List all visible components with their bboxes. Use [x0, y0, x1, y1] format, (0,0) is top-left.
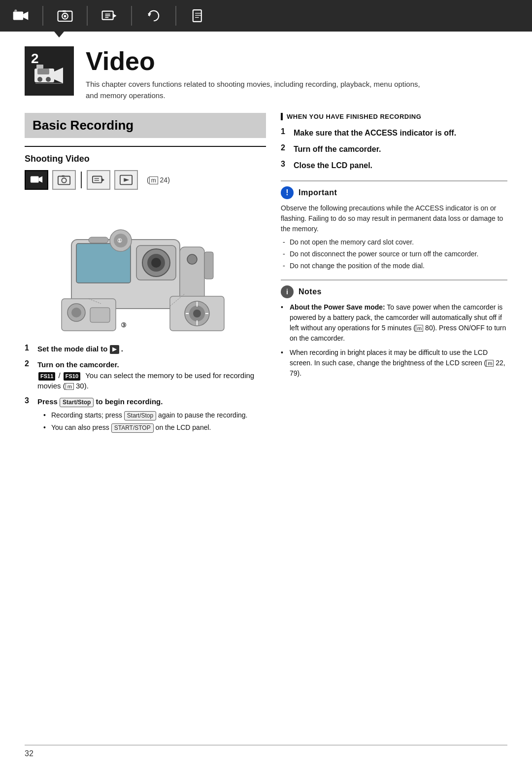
svg-rect-29 — [62, 175, 65, 177]
svg-marker-1 — [23, 12, 28, 20]
important-body: Observe the following precautions while … — [281, 203, 507, 271]
svg-marker-31 — [102, 178, 105, 181]
page-ref-22-79: m — [486, 360, 494, 367]
notes-icon: i — [281, 285, 294, 298]
start-stop-key: Start/Stop — [60, 398, 94, 407]
finished-step-1-text: Make sure that the ACCESS indicator is o… — [294, 127, 456, 139]
svg-point-46 — [187, 254, 197, 264]
svg-rect-27 — [58, 176, 70, 185]
icon-divider — [81, 172, 82, 188]
important-item-1: Do not open the memory card slot cover. — [281, 237, 507, 247]
bookmark-icon[interactable] — [187, 5, 209, 27]
finished-step-3-number: 3 — [281, 160, 290, 169]
svg-text:③: ③ — [121, 321, 127, 329]
step-2-text: Turn on the camcorder. FS11 / FS10 You c… — [37, 359, 266, 391]
step-2-number: 2 — [25, 359, 33, 368]
svg-rect-6 — [63, 10, 66, 12]
camera-diagram: ① ② ③ — [25, 198, 266, 336]
steps-list: 1 Set the mode dial to ▶ . 2 Turn on the… — [25, 344, 266, 435]
shooting-video-title: Shooting Video — [25, 154, 266, 164]
finished-step-2-text: Turn off the camcorder. — [294, 143, 381, 155]
photo-mode-icon[interactable] — [54, 5, 76, 27]
fs10-badge: FS10 — [64, 372, 80, 381]
svg-marker-26 — [39, 176, 42, 183]
step-3-bullets: Recording starts; press Start/Stop again… — [37, 410, 247, 433]
step-3: 3 Press Start/Stop to begin recording. R… — [25, 396, 266, 435]
playback-icon[interactable] — [99, 5, 120, 27]
top-bar-arrow — [54, 32, 64, 37]
two-column-layout: Basic Recording Shooting Video — [25, 113, 507, 440]
step-2: 2 Turn on the camcorder. FS11 / FS10 You… — [25, 359, 266, 391]
when-finished-steps: 1 Make sure that the ACCESS indicator is… — [281, 127, 507, 172]
bullet-1: Recording starts; press Start/Stop again… — [43, 410, 247, 420]
mode-icons-row: (m 24) — [25, 170, 266, 190]
step-3-text: Press Start/Stop to begin recording. Rec… — [37, 396, 247, 435]
important-item-3: Do not change the position of the mode d… — [281, 261, 507, 271]
start-stop-key-2: Start/Stop — [124, 411, 156, 420]
page-ref-80: m — [416, 325, 423, 332]
notes-item-2: When recording in bright places it may b… — [281, 348, 507, 379]
finished-step-2: 2 Turn off the camcorder. — [281, 143, 507, 155]
step-1-text: Set the mode dial to ▶ . — [37, 344, 123, 354]
chapter-title: Video — [86, 48, 421, 74]
fs11-badge: FS11 — [38, 372, 55, 381]
notes-list: About the Power Save mode: To save power… — [281, 302, 507, 379]
important-item-2: Do not disconnect the power source or tu… — [281, 249, 507, 259]
notes-section: i Notes About the Power Save mode: To sa… — [281, 280, 507, 379]
video-mode-icon-box — [25, 170, 48, 190]
top-navigation-bar — [0, 0, 532, 32]
svg-point-7 — [64, 15, 66, 17]
svg-rect-47 — [89, 237, 108, 243]
svg-point-21 — [46, 77, 51, 82]
divider-1 — [42, 6, 43, 26]
finished-step-1-number: 1 — [281, 127, 290, 136]
svg-point-52 — [71, 308, 81, 317]
notes-item-1: About the Power Save mode: To save power… — [281, 302, 507, 344]
svg-point-2 — [14, 9, 17, 12]
finished-step-3-text: Close the LCD panel. — [294, 160, 372, 171]
svg-rect-14 — [193, 10, 201, 22]
step-1-number: 1 — [25, 344, 33, 352]
svg-marker-19 — [54, 68, 63, 83]
video-mode-icon[interactable] — [10, 5, 32, 27]
step-3-number: 3 — [25, 396, 33, 405]
right-column: When You Have Finished Recording 1 Make … — [281, 113, 507, 440]
svg-marker-35 — [124, 178, 129, 181]
notes-label: Notes — [299, 287, 322, 296]
svg-point-41 — [151, 258, 161, 268]
svg-rect-30 — [93, 176, 102, 183]
finished-step-1: 1 Make sure that the ACCESS indicator is… — [281, 127, 507, 139]
svg-rect-53 — [90, 308, 110, 322]
photo-playback-icon-box — [114, 170, 138, 190]
section-divider — [25, 146, 266, 147]
left-column: Basic Recording Shooting Video — [25, 113, 266, 440]
svg-rect-48 — [204, 252, 213, 279]
photo-mode-icon-box — [52, 170, 76, 190]
mode-ref: (m 24) — [147, 176, 170, 184]
main-content: 2 Video This chapter covers functions re… — [0, 32, 532, 450]
finished-step-3: 3 Close the LCD panel. — [281, 160, 507, 171]
step-1: 1 Set the mode dial to ▶ . — [25, 344, 266, 354]
chapter-box: 2 — [25, 46, 74, 96]
important-label: Important — [299, 188, 337, 197]
svg-rect-22 — [37, 69, 49, 74]
page-number: 32 — [25, 749, 33, 758]
page-footer: 32 — [25, 745, 507, 758]
chapter-description: This chapter covers functions related to… — [86, 79, 421, 101]
divider-4 — [175, 6, 176, 26]
important-section: ! Important Observe the following precau… — [281, 180, 507, 271]
camera-illustration: ① ② ③ — [32, 205, 259, 336]
refresh-icon[interactable] — [143, 5, 165, 27]
start-stop-panel-key: START/STOP — [111, 423, 154, 433]
on-off-key: ON/OFF — [459, 324, 485, 332]
bullet-2: You can also press START/STOP on the LCD… — [43, 422, 247, 433]
page-ref-30: m — [66, 383, 74, 390]
svg-point-58 — [193, 310, 201, 317]
important-header: ! Important — [281, 186, 507, 199]
divider-2 — [87, 6, 88, 26]
svg-marker-9 — [113, 14, 117, 18]
notes-header: i Notes — [281, 285, 507, 298]
when-finished-title: When You Have Finished Recording — [281, 113, 507, 120]
basic-recording-title: Basic Recording — [33, 118, 258, 133]
svg-rect-25 — [31, 176, 39, 183]
